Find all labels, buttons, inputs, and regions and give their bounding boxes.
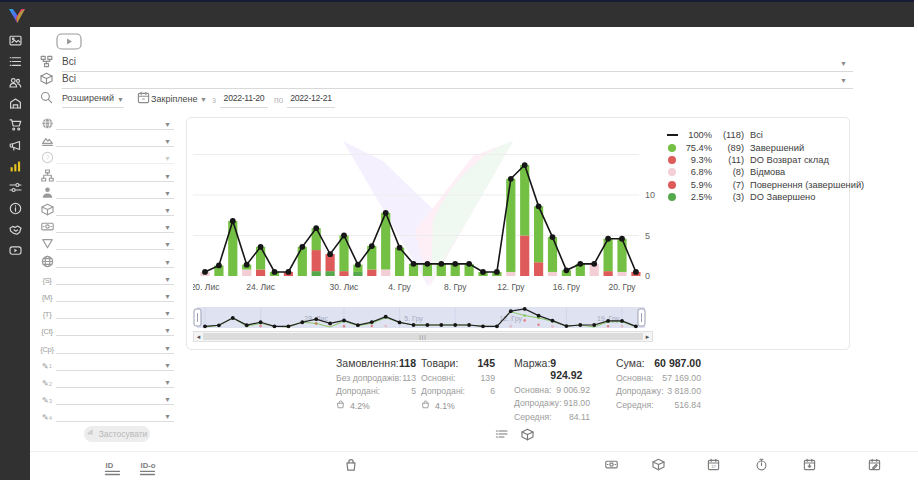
sidebar-item-customers[interactable] [0,76,30,90]
legend-percent: 9.3% [679,155,712,165]
filter-select[interactable]: ▼ [56,167,174,182]
filter-select[interactable]: ▼ [56,287,174,302]
filter-select[interactable]: ▼ [56,218,174,233]
filter-select[interactable]: ▼ [56,356,174,371]
chevron-down-icon: ▼ [164,362,171,369]
chevron-down-icon: ▼ [164,173,171,180]
filter-select[interactable]: ▼ [56,149,174,164]
chart-card: 051020. Лис24. Лис30. Лис4. Гру8. Гру12.… [186,117,850,350]
scroll-right-icon[interactable]: ► [643,332,652,341]
legend-item[interactable]: 9.3% (11) DO Возврат склад [665,154,864,166]
filter-select[interactable]: ▼ [56,115,174,130]
funnel-filter-select[interactable]: Всі ▼ [62,56,853,72]
date-from-input[interactable]: 2022-11-20 [220,92,268,108]
product-filter-select[interactable]: Всі ▼ [62,73,853,89]
filter-select[interactable]: ▼ [56,201,174,216]
scrollbar-thumb[interactable]: ||| [203,333,643,340]
chevron-down-icon: ▼ [164,327,171,334]
svg-text:20. Гру: 20. Гру [608,282,636,292]
legend-item[interactable]: 5.9% (7) Повернення (завершений) [665,179,864,191]
sidebar-item-analytics[interactable] [0,160,30,174]
sidebar-item-warehouse[interactable] [0,97,30,111]
area-chart-icon [38,134,56,147]
filter-row-5: ▼ [38,182,174,199]
legend-item[interactable]: 2.5% (3) DO Завершено [665,191,864,203]
funnel-filter-value: Всі [62,56,76,67]
sidebar-item-video-lessons[interactable] [0,244,30,258]
filter-select[interactable]: ▼ [56,321,174,336]
legend-percent: 5.9% [679,180,712,190]
legend-count: (3) [712,192,744,202]
navigator-scrollbar[interactable]: ◄ ||| ► [193,331,653,342]
info-icon [9,202,22,217]
package-icon[interactable] [652,458,665,473]
date-to-input[interactable]: 2022-12-21 [287,92,335,108]
filter-select[interactable]: ▼ [56,184,174,199]
cube-view-icon[interactable] [521,428,534,443]
filter-row-2: ▼ [38,130,174,147]
var-icon: {Ct} [38,327,56,336]
search-mode-value: Розширений [62,93,114,103]
legend-item[interactable]: 100% (118) Всі [665,129,864,141]
stat-sub-label: Допродажу: [514,398,562,408]
filter-row-1: ▼ [38,113,174,130]
filter-row-7: ▼ [38,216,174,233]
filter-select[interactable]: ▼ [56,407,174,422]
filter-row-6: ▼ [38,199,174,216]
legend-label: DO Завершено [750,192,815,202]
sidebar-item-settings[interactable] [0,181,30,195]
legend-dot-swatch [665,144,679,152]
filter-select[interactable]: ▼ [56,390,174,405]
calendar-17-icon[interactable]: 17 [707,458,720,473]
stopwatch-icon[interactable] [755,458,768,473]
chevron-down-icon: ▼ [164,207,171,214]
apply-button[interactable]: Застосувати [84,426,150,442]
calendar-import-icon[interactable] [803,458,816,473]
stat-title: Маржа: [514,357,550,381]
legend-dot-swatch [665,156,679,164]
chevron-down-icon: ▼ [164,138,171,145]
sidebar-item-info[interactable] [0,202,30,216]
list-view-icon[interactable] [495,428,508,443]
filter-select[interactable]: ▼ [56,373,174,388]
id-equals-icon[interactable]: ID [103,460,121,478]
sidebar-item-marketing[interactable] [0,139,30,153]
filter-row-11: {M} ▼ [38,285,174,302]
id-o-icon[interactable]: ID-o [138,460,156,478]
app-logo-icon[interactable] [7,6,27,28]
navigator-left-handle[interactable] [194,309,201,326]
chart-range-navigator[interactable]: 28. Лис5. Гру12. Гру19. Гру [193,307,653,331]
calendar-edit-icon[interactable] [868,458,881,473]
filter-select[interactable]: ▼ [56,235,174,250]
legend-item[interactable]: 75.4% (89) Завершений [665,141,864,153]
filter-select[interactable]: ▼ [56,132,174,147]
legend-percent: 100% [679,130,712,140]
cart-icon [9,118,22,133]
video-tutorial-icon[interactable] [56,33,82,52]
filter-select[interactable]: ▼ [56,270,174,285]
stat-sub-label: Допродані: [336,386,380,396]
filter-select[interactable]: ▼ [56,253,174,268]
stat-rate-value: 4.1% [435,401,455,411]
filter-row-17: ✎3 ▼ [38,388,174,405]
banknote-icon[interactable] [605,458,618,473]
period-mode-select[interactable]: Закріплене ▼ [151,94,207,104]
building-icon [9,97,22,112]
sidebar-item-partners[interactable] [0,223,30,237]
filter-select[interactable]: ▼ [56,339,174,354]
search-mode-select[interactable]: Розширений ▼ [62,92,124,108]
bag-icon[interactable] [344,458,358,474]
sidebar-item-orders[interactable] [0,55,30,69]
svg-text:ID: ID [106,461,114,470]
sidebar-item-dashboard[interactable] [0,34,30,48]
chevron-down-icon: ▼ [200,96,207,103]
scroll-left-icon[interactable]: ◄ [194,332,203,341]
stat-value: 60 987.00 [654,357,701,369]
stat-col-4: Сума: 60 987.00Основна: 57 169.00Допрода… [616,357,701,410]
sidebar-item-purchases[interactable] [0,118,30,132]
navigator-right-handle[interactable] [638,309,645,326]
orders-status-chart[interactable]: 051020. Лис24. Лис30. Лис4. Гру8. Гру12.… [193,121,665,295]
stat-title: Товари: [421,357,458,369]
legend-item[interactable]: 6.8% (8) Відмова [665,166,864,178]
filter-select[interactable]: ▼ [56,304,174,319]
